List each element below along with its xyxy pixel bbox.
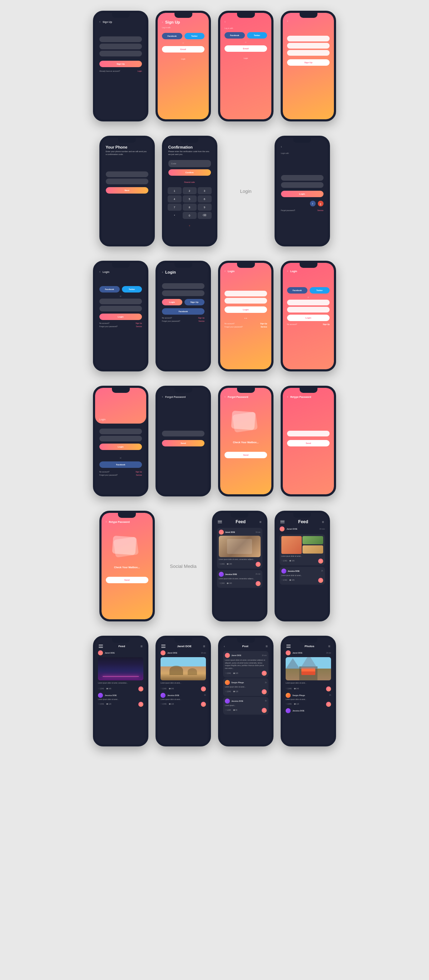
email-l2[interactable] bbox=[162, 283, 204, 289]
twitter-button-2[interactable]: Twitter bbox=[247, 32, 267, 38]
confirmation-title: Confirmation bbox=[168, 145, 211, 149]
pwd-lg2[interactable] bbox=[287, 307, 330, 312]
login-button-simple[interactable]: Login bbox=[281, 191, 324, 197]
password-field-1[interactable] bbox=[99, 44, 142, 49]
phone-confirmation: Confirmation Please enter the verificati… bbox=[162, 136, 217, 247]
email-field-1[interactable] bbox=[99, 37, 142, 42]
like-btn-food[interactable]: ♡ bbox=[318, 558, 323, 563]
signup-button-3[interactable]: Sign Up bbox=[287, 59, 330, 66]
phone-gradient-signup2: ‹ Log in with Facebook Twitter or Email … bbox=[218, 11, 273, 121]
hamburger-icon-3[interactable] bbox=[99, 644, 103, 648]
login-row: ‹ Login Facebook Twitter or Login No acc… bbox=[21, 261, 408, 371]
signup-button-1[interactable]: Sign Up bbox=[99, 61, 142, 67]
login-btn-l2[interactable]: Login bbox=[162, 299, 182, 305]
email-button-2[interactable]: Email bbox=[225, 45, 267, 52]
send-btn-mailbox1[interactable]: Send bbox=[225, 452, 267, 458]
phone-gradient-signup1: ‹ Sign Up Log in with Facebook Twitter o… bbox=[156, 11, 211, 121]
password-login-field[interactable] bbox=[281, 182, 324, 188]
like-btn-1[interactable]: ♡ bbox=[256, 562, 261, 567]
email-button[interactable]: Email bbox=[162, 46, 204, 52]
numpad: 1 2 3 4 5 6 7 8 9 * 0 ⌫ bbox=[164, 186, 215, 220]
facebook-button-2[interactable]: Facebook bbox=[225, 32, 245, 38]
like-btn-2[interactable]: ♡ bbox=[256, 581, 261, 586]
fb-btn-l2[interactable]: Facebook bbox=[162, 308, 204, 315]
fb-btn-l1[interactable]: Facebook bbox=[99, 286, 120, 293]
feed-post-food: Lorem ipsum dolor sit amet... ♡ 2,543 💬 … bbox=[279, 534, 325, 565]
password-field-3[interactable] bbox=[287, 43, 330, 49]
login-btn-lg1[interactable]: Login bbox=[225, 306, 267, 313]
confirm-password-field-1[interactable] bbox=[99, 51, 142, 56]
country-field[interactable] bbox=[106, 172, 148, 177]
pwd-lg1[interactable] bbox=[225, 298, 267, 304]
confirm-button[interactable]: Confirm bbox=[168, 169, 211, 176]
menu-icon-2[interactable]: ≡ bbox=[322, 520, 324, 524]
code-input[interactable]: Code bbox=[168, 160, 211, 167]
tw-btn-l1[interactable]: Twitter bbox=[122, 286, 142, 293]
your-phone-subtitle: Enter your phone number and we will send… bbox=[106, 150, 148, 156]
email-login-field[interactable] bbox=[281, 175, 324, 181]
screen-title-2: Sign Up bbox=[165, 20, 180, 24]
phone-login-gradient1: ‹ Login Login ♥ ♥ No account? Sign Up Fo… bbox=[218, 261, 273, 371]
social-media-label: Social Media bbox=[162, 557, 205, 576]
email-mix[interactable] bbox=[99, 429, 142, 434]
van-image bbox=[285, 657, 331, 680]
tw-btn-lg2[interactable]: Twitter bbox=[309, 287, 330, 294]
feed-post-3: Jessica DOE 2h Lorem ipsum dolor sit ame… bbox=[279, 567, 325, 585]
email-l1[interactable] bbox=[99, 299, 142, 304]
phone-login-gradient2: ‹ Login Facebook Twitter or Login No acc… bbox=[281, 261, 336, 371]
email-field-3[interactable] bbox=[287, 36, 330, 41]
phone-check-mailbox2: ‹ Retype Password Check Your Mailbox... … bbox=[99, 511, 155, 621]
hamburger-icon[interactable] bbox=[218, 520, 222, 523]
fb-btn-lg2[interactable]: Facebook bbox=[287, 287, 308, 294]
pwd-l1[interactable] bbox=[99, 306, 142, 312]
avatar-2 bbox=[219, 572, 224, 577]
login-section-label: Login bbox=[225, 181, 267, 201]
fb-btn-mix[interactable]: Facebook bbox=[99, 461, 142, 468]
like-btn-3[interactable]: ♡ bbox=[318, 578, 323, 583]
login-btn-l1[interactable]: Login bbox=[99, 313, 142, 320]
concert-image bbox=[98, 657, 144, 680]
hamburger-icon-4[interactable] bbox=[161, 644, 166, 648]
phone-number-field[interactable] bbox=[106, 178, 148, 184]
desert-image bbox=[161, 657, 206, 680]
signup-row: ‹ Sign Up Sign Up Already have an accoun… bbox=[21, 11, 408, 121]
avatar-top bbox=[279, 527, 285, 531]
send-btn-retype[interactable]: Send bbox=[287, 440, 330, 446]
feed-title1: Feed bbox=[236, 519, 246, 524]
confirm-field-3[interactable] bbox=[287, 50, 330, 56]
phone-confirm-login-row: Your Phone Enter your phone number and w… bbox=[21, 136, 408, 247]
facebook-button[interactable]: Facebook bbox=[162, 33, 182, 39]
email-forgot[interactable] bbox=[162, 431, 204, 436]
phone-gradient-signup3: ‹ Sign Up bbox=[281, 11, 336, 121]
feed-post-2: Jessica DOE 2h min Lorem ipsum dolor sit… bbox=[217, 570, 262, 588]
signup-btn-l2[interactable]: Sign Up bbox=[185, 299, 205, 305]
social-media-row: ‹ Retype Password Check Your Mailbox... … bbox=[21, 511, 408, 621]
phone-login-mixed: Login Login or Facebook No account? Sign… bbox=[93, 386, 148, 496]
phone-forgot-dark: ‹ Forgot Password Send bbox=[156, 386, 211, 496]
avatar-1 bbox=[219, 530, 224, 535]
send-btn-mailbox2[interactable]: Send bbox=[106, 577, 148, 583]
phone-your-phone: Your Phone Enter your phone number and w… bbox=[99, 136, 155, 247]
login-btn-lg2[interactable]: Login bbox=[287, 315, 330, 321]
email-lg1[interactable] bbox=[225, 291, 267, 296]
social-buttons: Facebook Twitter bbox=[158, 32, 209, 41]
send-btn-forgot[interactable]: Send bbox=[162, 440, 204, 446]
page-wrapper: ‹ Sign Up Sign Up Already have an accoun… bbox=[0, 0, 429, 772]
hamburger-icon-2[interactable] bbox=[280, 520, 285, 523]
email-lg2[interactable] bbox=[287, 300, 330, 305]
screen-title-1: Sign Up bbox=[103, 21, 112, 23]
hamburger-icon-5[interactable] bbox=[286, 644, 291, 648]
twitter-button[interactable]: Twitter bbox=[185, 33, 205, 39]
pwd-l2[interactable] bbox=[162, 290, 204, 296]
next-button[interactable]: Next bbox=[106, 187, 148, 194]
pwd-mix[interactable] bbox=[99, 436, 142, 441]
menu-icon[interactable]: ≡ bbox=[260, 520, 262, 524]
phone-feed1: Feed ≡ Janet DOE 34 min bbox=[212, 511, 267, 621]
login-btn-mix[interactable]: Login bbox=[99, 444, 142, 450]
phone-check-mailbox1: ‹ Forgot Password Check Your Mailbox... … bbox=[218, 386, 273, 496]
email-retype[interactable] bbox=[287, 431, 330, 436]
phone-feed-dark2: Janet DOE ≡ Janet DOE 34 min Lorem ipsum… bbox=[156, 636, 211, 746]
confirmation-subtitle: Please enter the verification code from … bbox=[168, 150, 211, 156]
phone-login-dark1: ‹ Login Facebook Twitter or Login No acc… bbox=[93, 261, 148, 371]
post-image-room bbox=[219, 536, 261, 557]
